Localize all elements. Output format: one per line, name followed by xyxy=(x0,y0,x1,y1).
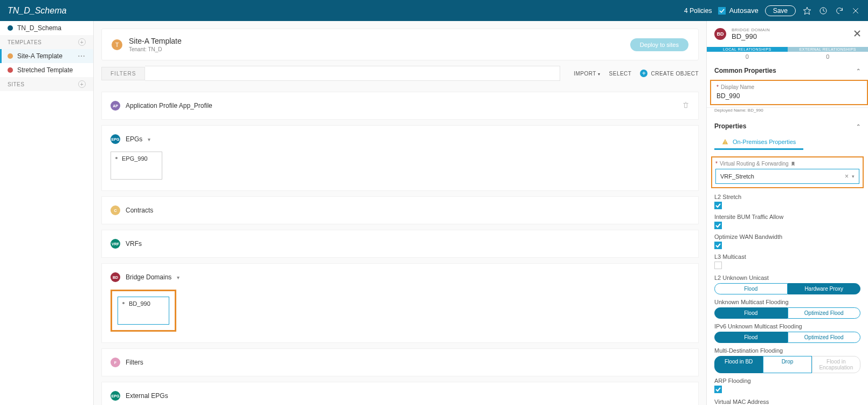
section-contracts[interactable]: C Contracts xyxy=(101,196,699,224)
section-label: Contracts xyxy=(126,207,153,214)
common-properties-header[interactable]: Common Properties ⌃ xyxy=(707,61,868,80)
relationship-tabs: LOCAL RELATIONSHIPS EXTERNAL RELATIONSHI… xyxy=(707,47,868,52)
filters-tab[interactable]: FILTERS xyxy=(101,67,145,80)
close-panel-icon[interactable] xyxy=(854,30,860,38)
l2u-hwproxy[interactable]: Hardware Proxy xyxy=(788,283,861,294)
chevron-up-icon[interactable]: ⌃ xyxy=(856,68,860,74)
chevron-down-icon[interactable]: ▾ xyxy=(177,274,180,280)
select-action[interactable]: SELECT xyxy=(609,71,632,77)
policies-count[interactable]: 4 Policies xyxy=(684,7,712,15)
l2-stretch-checkbox[interactable] xyxy=(714,202,722,209)
bum-checkbox[interactable] xyxy=(714,222,722,229)
umf-optimized[interactable]: Optimized Flood xyxy=(788,307,861,319)
mdf-encap[interactable]: Flood in Encapsulation xyxy=(812,356,860,373)
ipv6-optimized[interactable]: Optimized Flood xyxy=(788,332,861,343)
card-label: BD_990 xyxy=(122,300,164,307)
vrf-value: VRF_Stretch xyxy=(720,173,754,180)
l2-stretch-field: L2 Stretch xyxy=(707,191,868,211)
object-name: BD_990 xyxy=(732,32,770,40)
sidebar-templates-header: TEMPLATES + xyxy=(0,35,93,49)
template-dot-icon xyxy=(8,67,13,73)
display-name-highlight: *Display Name BD_990 xyxy=(710,80,868,105)
l3m-checkbox[interactable] xyxy=(714,262,722,269)
bd-badge-icon: BD xyxy=(111,272,120,282)
section-filters[interactable]: F Filters xyxy=(101,348,699,376)
deployed-name: Deployed Name: BD_990 xyxy=(707,108,868,117)
sidebar-template-site-a[interactable]: Site-A Template ⋯ xyxy=(0,49,93,63)
chevron-up-icon[interactable]: ⌃ xyxy=(856,123,860,129)
chevron-down-icon: ▾ xyxy=(598,72,601,77)
header-actions: 4 Policies Autosave Save xyxy=(684,5,860,16)
properties-header[interactable]: Properties ⌃ xyxy=(707,117,868,135)
external-rel-count: 0 xyxy=(788,52,869,61)
compass-icon[interactable] xyxy=(818,6,828,16)
chevron-down-icon[interactable]: ▾ xyxy=(148,136,150,142)
schema-title: TN_D_Schema xyxy=(8,6,684,16)
save-button[interactable]: Save xyxy=(765,5,796,16)
create-object-button[interactable]: + CREATE OBJECT xyxy=(640,70,699,77)
warning-icon xyxy=(722,139,728,145)
section-label: VRFs xyxy=(126,240,142,248)
refresh-icon[interactable] xyxy=(835,6,844,16)
umf-flood[interactable]: Flood xyxy=(714,307,788,319)
sidebar-sites-header: SITES + xyxy=(0,77,93,91)
vmac-label: Virtual MAC Address xyxy=(707,395,868,405)
trash-icon[interactable] xyxy=(682,101,690,111)
bum-field: Intersite BUM Traffic Allow xyxy=(707,211,868,231)
plus-circle-icon: + xyxy=(640,70,647,77)
bd-card[interactable]: BD_990 xyxy=(118,297,169,325)
properties-panel: BD BRIDGE DOMAIN BD_990 LOCAL RELATIONSH… xyxy=(706,21,868,405)
import-menu[interactable]: IMPORT ▾ xyxy=(574,71,600,77)
close-icon[interactable] xyxy=(851,6,860,16)
section-label: EPGs xyxy=(126,135,142,143)
local-rel-tab[interactable]: LOCAL RELATIONSHIPS xyxy=(707,47,788,52)
section-label: Application Profile App_Profile xyxy=(126,102,212,109)
template-header: T Site-A Template Tenant: TN_D Deploy to… xyxy=(101,29,699,60)
sidebar: TN_D_Schema TEMPLATES + Site-A Template … xyxy=(0,21,94,405)
svg-point-9 xyxy=(725,143,725,143)
ipv6-flood[interactable]: Flood xyxy=(714,332,788,343)
wan-field: Optimize WAN Bandwidth xyxy=(707,231,868,251)
section-vrfs[interactable]: VRF VRFs xyxy=(101,230,699,258)
sidebar-template-stretched[interactable]: Stretched Template xyxy=(0,63,93,77)
pin-icon xyxy=(122,302,125,304)
on-premises-tab[interactable]: On-Premises Properties xyxy=(714,135,803,150)
filter-input[interactable] xyxy=(145,66,560,81)
panel-header: BD BRIDGE DOMAIN BD_990 xyxy=(707,21,868,47)
app-header: TN_D_Schema 4 Policies Autosave Save xyxy=(0,0,868,21)
star-icon[interactable] xyxy=(802,6,812,16)
vrf-label: Virtual Routing & Forwarding xyxy=(720,161,789,167)
tenant-label: Tenant: TN_D xyxy=(129,46,624,52)
add-template-icon[interactable]: + xyxy=(78,38,86,46)
chevron-down-icon[interactable]: ▾ xyxy=(852,174,855,179)
sidebar-schema[interactable]: TN_D_Schema xyxy=(0,21,93,35)
clear-icon[interactable]: × xyxy=(845,173,849,180)
autosave-toggle[interactable]: Autosave xyxy=(718,6,758,15)
wan-checkbox[interactable] xyxy=(714,242,722,249)
arp-field: ARP Flooding xyxy=(707,375,868,395)
section-external-epgs[interactable]: EPG External EPGs xyxy=(101,382,699,405)
arp-checkbox[interactable] xyxy=(714,386,722,393)
section-bridge-domains[interactable]: BD Bridge Domains ▾ BD_990 xyxy=(101,263,699,343)
sidebar-template-label: Site-A Template xyxy=(17,52,63,60)
l2u-field: L2 Unknown Unicast Flood Hardware Proxy xyxy=(707,272,868,297)
object-kind: BRIDGE DOMAIN xyxy=(732,28,770,32)
local-rel-count: 0 xyxy=(707,52,788,61)
deploy-button[interactable]: Deploy to sites xyxy=(630,38,688,51)
section-app-profile[interactable]: AP Application Profile App_Profile xyxy=(101,92,699,120)
template-menu-icon[interactable]: ⋯ xyxy=(78,52,86,60)
l2u-flood[interactable]: Flood xyxy=(714,283,788,294)
vrf-select[interactable]: VRF_Stretch × ▾ xyxy=(715,169,859,184)
highlight-annotation: BD_990 xyxy=(111,290,176,332)
external-rel-tab[interactable]: EXTERNAL RELATIONSHIPS xyxy=(788,47,869,52)
card-label: EPG_990 xyxy=(115,155,157,162)
section-epgs[interactable]: EPG EPGs ▾ EPG_990 xyxy=(101,125,699,191)
umf-field: Unknown Multicast Flooding Flood Optimiz… xyxy=(707,297,868,321)
mdf-drop[interactable]: Drop xyxy=(763,356,811,373)
sidebar-schema-label: TN_D_Schema xyxy=(17,24,61,32)
autosave-label: Autosave xyxy=(729,6,758,15)
add-site-icon[interactable]: + xyxy=(78,80,86,88)
display-name-value[interactable]: BD_990 xyxy=(717,92,862,100)
epg-card[interactable]: EPG_990 xyxy=(111,152,162,180)
mdf-floodbd[interactable]: Flood in BD xyxy=(714,356,763,373)
